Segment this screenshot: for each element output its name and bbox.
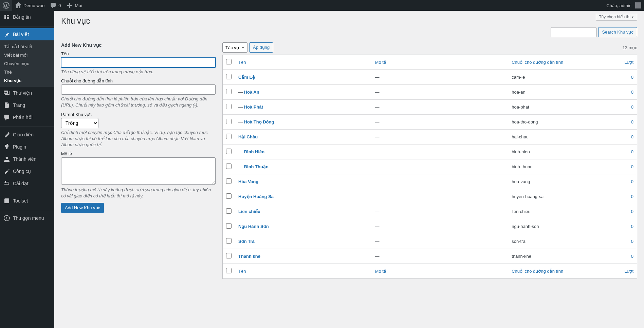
name-input[interactable] <box>61 57 216 67</box>
slug-input[interactable] <box>61 84 216 95</box>
row-checkbox[interactable] <box>226 89 232 94</box>
term-link[interactable]: Thanh khê <box>238 254 260 259</box>
row-slug: huyen-hoang-sa <box>508 189 599 204</box>
plugin-icon <box>3 143 10 150</box>
slug-hint: Chuỗi cho đường dẫn tĩnh là phiên bản củ… <box>61 96 216 108</box>
term-link[interactable]: Hoà Thọ Đông <box>244 119 274 124</box>
bulk-apply-button[interactable]: Áp dụng <box>249 42 273 53</box>
term-link[interactable]: Huyện Hoàng Sa <box>238 194 274 199</box>
menu-users[interactable]: Thành viên <box>0 153 54 165</box>
toolset-icon <box>3 197 10 204</box>
term-link[interactable]: Liên chiểu <box>238 209 260 214</box>
row-count[interactable]: 0 <box>631 239 633 244</box>
menu-collapse[interactable]: Thu gọn menu <box>0 212 54 224</box>
row-count[interactable]: 0 <box>631 164 633 169</box>
bulk-action-select[interactable]: Tác vụ <box>222 42 247 53</box>
wp-logo[interactable] <box>0 0 12 11</box>
row-count[interactable]: 0 <box>631 119 633 124</box>
row-checkbox[interactable] <box>226 163 232 169</box>
menu-appearance[interactable]: Giao diện <box>0 129 54 141</box>
row-checkbox[interactable] <box>226 134 232 139</box>
row-desc: — <box>375 164 380 169</box>
row-checkbox[interactable] <box>226 208 232 214</box>
term-link[interactable]: Hải Châu <box>238 134 258 139</box>
row-desc: — <box>375 134 380 139</box>
desc-textarea[interactable] <box>61 157 216 185</box>
row-count[interactable]: 0 <box>631 179 633 184</box>
comment-icon <box>3 114 10 121</box>
row-checkbox[interactable] <box>226 223 232 229</box>
menu-comments[interactable]: Phản hồi <box>0 111 54 123</box>
term-link[interactable]: Sơn Trà <box>238 239 255 244</box>
row-count[interactable]: 0 <box>631 90 633 95</box>
submenu-categories[interactable]: Chuyên mục <box>0 59 54 68</box>
col-count-foot[interactable]: Lượt <box>600 264 637 278</box>
row-checkbox[interactable] <box>226 104 232 109</box>
row-count[interactable]: 0 <box>631 194 633 199</box>
row-slug: hoa-vang <box>508 174 599 189</box>
term-link[interactable]: Hoà An <box>244 90 259 95</box>
row-slug: ngu-hanh-son <box>508 219 599 234</box>
submit-button[interactable]: Add New Khu vực <box>61 203 104 213</box>
pin-icon <box>3 31 10 38</box>
account-link[interactable]: Chào, admin <box>604 0 644 11</box>
screen-options-toggle[interactable]: Tùy chọn hiển thị <box>596 14 637 21</box>
row-count[interactable]: 0 <box>631 75 633 80</box>
row-count[interactable]: 0 <box>631 209 633 214</box>
menu-posts[interactable]: Bài viết <box>0 28 54 40</box>
menu-pages[interactable]: Trang <box>0 99 54 111</box>
row-checkbox[interactable] <box>226 119 232 124</box>
submenu-all-posts[interactable]: Tất cả bài viết <box>0 42 54 51</box>
col-name[interactable]: Tên <box>235 55 372 70</box>
site-link[interactable]: Demo woo <box>12 0 47 11</box>
term-link[interactable]: Bình Thuận <box>244 164 269 169</box>
plus-icon <box>66 2 73 9</box>
col-slug-foot[interactable]: Chuỗi cho đường dẫn tĩnh <box>508 264 599 278</box>
parent-hint: Chỉ định một chuyên mục Cha để tạo thứ b… <box>61 130 216 148</box>
row-checkbox[interactable] <box>226 178 232 184</box>
row-checkbox[interactable] <box>226 253 232 258</box>
search-button[interactable]: Search Khu vực <box>598 27 637 37</box>
new-link[interactable]: Mới <box>63 0 85 11</box>
select-all-bottom[interactable] <box>226 268 232 273</box>
row-slug: hoa-an <box>508 85 599 100</box>
menu-toolset[interactable]: Toolset <box>0 195 54 207</box>
term-link[interactable]: Bình Hiên <box>244 149 265 154</box>
row-desc: — <box>375 209 380 214</box>
submenu-area[interactable]: Khu vực <box>0 76 54 85</box>
col-desc-foot[interactable]: Mô tả <box>372 264 509 278</box>
menu-dashboard[interactable]: Bảng tin <box>0 11 54 23</box>
submenu-new-post[interactable]: Viết bài mới <box>0 51 54 59</box>
col-desc[interactable]: Mô tả <box>372 55 509 70</box>
comments-link[interactable]: 0 <box>47 0 63 11</box>
menu-tools[interactable]: Công cụ <box>0 165 54 177</box>
menu-media[interactable]: Thư viện <box>0 87 54 99</box>
slug-label: Chuỗi cho đường dẫn tĩnh <box>61 78 216 83</box>
row-count[interactable]: 0 <box>631 149 633 154</box>
menu-plugins[interactable]: Plugin <box>0 141 54 153</box>
parent-select[interactable]: Trống <box>61 118 98 128</box>
row-count[interactable]: 0 <box>631 224 633 229</box>
select-all-top[interactable] <box>226 59 232 64</box>
col-count[interactable]: Lượt <box>600 55 637 70</box>
term-link[interactable]: Hoà Phát <box>244 104 263 110</box>
submenu-tags[interactable]: Thẻ <box>0 68 54 76</box>
row-checkbox[interactable] <box>226 74 232 79</box>
term-link[interactable]: Hòa Vang <box>238 179 258 184</box>
row-count[interactable]: 0 <box>631 254 633 259</box>
row-checkbox[interactable] <box>226 193 232 199</box>
menu-settings[interactable]: Cài đặt <box>0 177 54 190</box>
row-desc: — <box>375 224 380 229</box>
row-checkbox[interactable] <box>226 149 232 154</box>
col-slug[interactable]: Chuỗi cho đường dẫn tĩnh <box>508 55 599 70</box>
col-name-foot[interactable]: Tên <box>235 264 372 278</box>
term-link[interactable]: Ngũ Hành Sơn <box>238 224 269 229</box>
pages-icon <box>3 102 10 109</box>
row-checkbox[interactable] <box>226 238 232 244</box>
row-count[interactable]: 0 <box>631 104 633 110</box>
term-link[interactable]: Cẩm Lệ <box>238 75 255 80</box>
row-count[interactable]: 0 <box>631 134 633 139</box>
search-input[interactable] <box>551 27 596 37</box>
site-name: Demo woo <box>23 3 44 8</box>
table-row: Liên chiểu—lien-chieu0 <box>223 204 637 219</box>
